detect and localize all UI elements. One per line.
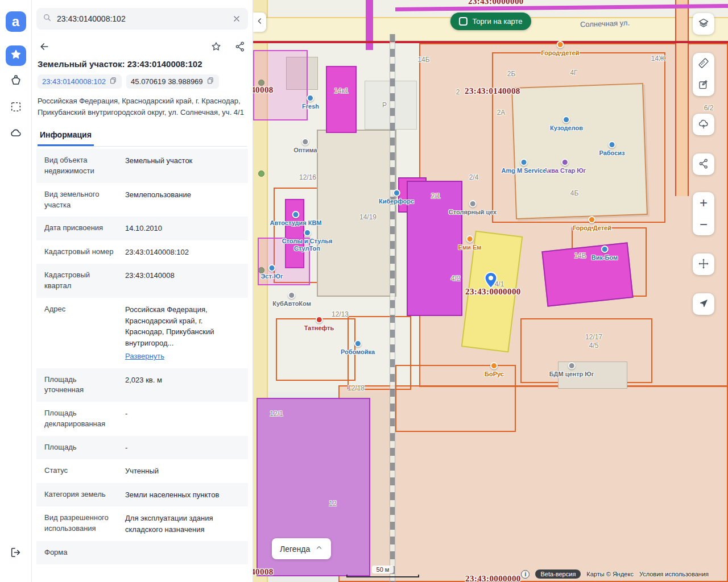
map-poi[interactable]: Город Детей [573,216,611,232]
copy-icon[interactable] [109,77,117,86]
poi-label: Аква Стар Юг [544,167,586,174]
info-icon[interactable]: i [521,570,530,579]
poi-label: Еми Ем [458,244,482,251]
coordinates-chip[interactable]: 45.070619 38.988969 [126,74,219,89]
cadastral-quarter-label: 23:43:0140008 [253,85,274,95]
map-poi[interactable]: Автостудия КВМ [270,211,321,227]
plus-icon: + [700,196,708,210]
blue-poi-icon [609,141,616,148]
parcel-number-label: 4/2 [451,275,461,282]
map-poi[interactable]: Город детей [541,41,580,57]
edit-button[interactable] [693,74,714,96]
favorites-button[interactable] [6,45,26,66]
table-row: Площадь- [36,436,248,460]
parcel-number-label: 12/13 [332,310,349,318]
map-poi[interactable]: Вик-Бом [592,246,618,261]
map-poi[interactable]: Киберфорс [379,189,414,205]
search-input[interactable] [57,14,226,23]
map-poi[interactable]: Рабосиз [599,141,624,157]
legend-button[interactable]: Легенда [272,538,331,559]
selected-parcel-pin[interactable] [483,272,499,291]
map-poi[interactable]: Робомойка [341,340,375,356]
select-region-button[interactable] [6,98,26,118]
coordinates-text: 45.070619 38.988969 [131,77,203,86]
terms-link[interactable]: Условия использования [639,571,709,577]
poi-label: Город детей [541,49,580,57]
back-button[interactable] [38,40,51,53]
parcel-number-label: 4Г [570,69,577,77]
map-poi[interactable]: Amg M Service [502,159,547,174]
left-rail: a [0,0,32,582]
maps-copyright[interactable]: Карты © Яндекс [586,571,634,577]
map-poi[interactable]: Еми Ем [458,235,482,251]
copy-icon[interactable] [206,77,214,86]
gray-poi-icon [568,362,575,369]
purple-poi-icon [561,159,568,166]
parcel-number-label: 14Ж [651,55,665,63]
legend-label: Легенда [280,544,310,554]
layers-button[interactable] [693,13,714,35]
gray-poi-icon [288,292,295,299]
area-measure-button[interactable] [6,72,26,92]
app-logo[interactable]: a [6,11,26,32]
map-poi[interactable]: БоРус [485,362,504,378]
tab-bar: Информация [38,127,247,147]
parcel-number-label: 2А [497,109,506,117]
parcel-number-label: 2/1 [431,192,441,200]
table-row: Кадастровый квартал23:43:0140008 [36,264,248,298]
cloud-button[interactable] [6,124,26,144]
share-object-button[interactable] [233,40,247,53]
zoom-in-button[interactable]: + [693,192,714,214]
minus-icon: − [700,218,708,231]
poi-label: Автостудия КВМ [270,219,321,227]
clear-search-button[interactable] [231,13,242,24]
location-arrow-icon [698,298,709,310]
poi-label: Рабосиз [599,149,624,157]
map-poi[interactable]: Кузоделов [550,116,583,132]
map-poi[interactable]: Эст-Юг [261,264,283,280]
share-map-button[interactable] [693,153,714,175]
cadastral-number-chip[interactable]: 23:43:0140008:102 [38,74,122,89]
favorite-object-button[interactable] [209,40,223,53]
parcel-number-label: 4Б [570,189,579,197]
poi-label: КубАвтоКом [272,300,311,307]
map-canvas[interactable]: 14Б2Б4Г14Ж14к122А6/2Р12/162/42/14Б14/194… [253,0,728,582]
auctions-toggle-label: Торги на карте [472,17,522,26]
quarter-boundary [253,41,728,43]
map-poi[interactable]: КубАвтоКом [272,292,311,307]
poi-label: Столярный цех [449,209,497,216]
pan-mode-button[interactable] [693,253,714,275]
parcel-number-label: 4/5 [589,342,599,350]
auctions-on-map-toggle[interactable]: Торги на карте [450,13,531,30]
upload-button[interactable] [693,114,714,135]
tab-information[interactable]: Информация [38,127,94,146]
checkbox-icon[interactable] [458,17,467,26]
exit-icon [10,546,22,561]
table-row-address: Адрес Российская Федерация, Краснодарски… [36,298,248,368]
collapse-sidebar-button[interactable] [253,13,266,32]
map-poi[interactable]: Столярный цех [449,200,497,216]
map-poi[interactable]: Fresh [302,94,319,110]
map-poi[interactable]: Столы и Стулья СтулТоп [279,229,336,252]
map-poi[interactable]: Татнефть [304,316,334,332]
poi-label: Татнефть [304,325,334,332]
search-bar[interactable] [36,8,248,30]
gray-poi-icon [302,138,309,146]
orange-poi-icon [466,235,474,243]
building [541,242,633,306]
locate-me-button[interactable] [693,293,714,315]
zoom-out-button[interactable]: − [693,214,714,235]
expand-address-link[interactable]: Развернуть [125,351,240,362]
cadastral-quarter-label: 23:43:0000000 [468,0,524,6]
parcel-number-label: 14Б [417,56,429,64]
table-row: Площадь декларированная- [36,402,248,436]
logout-button[interactable] [6,543,26,564]
cadastral-number-text: 23:43:0140008:102 [42,77,106,86]
star-icon [10,48,22,63]
ruler-button[interactable] [693,53,714,74]
map-poi[interactable]: Аква Стар Юг [544,159,586,174]
map-poi[interactable]: БДМ центр Юг [549,362,594,378]
map-poi[interactable]: Оптима [293,138,317,154]
cadastral-quarter-label: 23:43:0000000 [465,574,521,582]
parcel-number-label: 6/2 [704,104,714,112]
